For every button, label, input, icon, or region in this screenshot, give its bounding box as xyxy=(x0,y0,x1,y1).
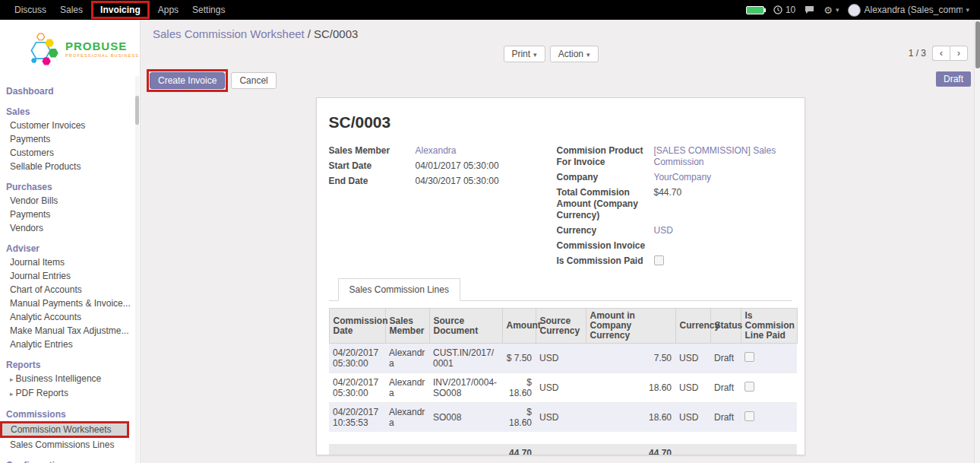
sidebar-section-adviser[interactable]: Adviser xyxy=(0,242,140,255)
field-commission-product: Commision Product For Invoice [SALES COM… xyxy=(557,145,792,168)
tab-strip: Sales Commission Lines xyxy=(329,277,792,301)
create-invoice-button[interactable]: Create Invoice xyxy=(150,72,225,89)
cell-source-currency: USD xyxy=(536,373,586,403)
nav-sales[interactable]: Sales xyxy=(53,0,90,20)
table-row[interactable]: 04/20/2017 10:35:53 Alexandra SO008 $ 18… xyxy=(329,403,797,433)
expand-icon: ▸ xyxy=(10,390,14,398)
cell-source: CUST.IN/2017/0001 xyxy=(429,344,502,373)
sidebar-section-dashboard[interactable]: Dashboard xyxy=(0,84,140,98)
sidebar-item-label: PDF Reports xyxy=(16,388,68,398)
sidebar-item-business-intelligence[interactable]: ▸Business Intelligence xyxy=(0,372,140,386)
cell-currency: USD xyxy=(675,373,710,403)
sidebar-item-tax-adjustment[interactable]: Make Manual Tax Adjustme... xyxy=(0,324,140,338)
pager-next-button[interactable]: › xyxy=(950,46,968,61)
sidebar-item-pdf-reports[interactable]: ▸PDF Reports xyxy=(0,386,140,401)
page-scrollbar[interactable] xyxy=(974,20,980,463)
sidebar-item-sales-commissions-lines[interactable]: Sales Commissions Lines xyxy=(0,438,140,452)
table-row[interactable]: 04/20/2017 05:30:00 Alexandra CUST.IN/20… xyxy=(329,344,797,373)
page-scroll-thumb[interactable] xyxy=(975,21,980,68)
cell-amount: $ 18.60 xyxy=(502,373,536,403)
col-source-currency[interactable]: Source Currency xyxy=(536,309,586,344)
field-label: Sales Member xyxy=(329,145,416,157)
sidebar: PROBUSE PROFESSIONAL BUSINESS Dashboard … xyxy=(0,20,141,463)
sidebar-item-vendors[interactable]: Vendors xyxy=(0,221,140,235)
sidebar-item-journal-entries[interactable]: Journal Entries xyxy=(0,269,140,283)
commission-product-link[interactable]: [SALES COMMISSION] Sales Commission xyxy=(654,145,779,168)
sidebar-section-purchases[interactable]: Purchases xyxy=(0,180,140,194)
col-source-document[interactable]: Source Document xyxy=(429,309,502,344)
field-label: Currency xyxy=(557,225,654,236)
sidebar-item-payments-purchase[interactable]: Payments xyxy=(0,208,140,221)
cell-date: 04/20/2017 05:30:00 xyxy=(329,344,385,373)
cell-currency: USD xyxy=(675,344,710,373)
action-dropdown-button[interactable]: Action▾ xyxy=(550,46,599,62)
sidebar-item-customer-invoices[interactable]: Customer Invoices xyxy=(0,119,140,132)
sidebar-scrollbar[interactable] xyxy=(135,76,139,463)
field-end-date: End Date 04/30/2017 05:30:00 xyxy=(329,176,557,187)
col-amount-company-currency[interactable]: Amount in Company Currency xyxy=(586,309,675,344)
col-currency[interactable]: Currency xyxy=(675,309,710,344)
col-status[interactable]: Status xyxy=(710,309,741,344)
cell-amount-company: 18.60 xyxy=(586,403,675,433)
field-is-commission-paid: Is Commission Paid xyxy=(557,255,792,267)
table-row[interactable]: 04/20/2017 05:30:00 Alexandra INV/2017/0… xyxy=(329,373,797,403)
sidebar-section-sales[interactable]: Sales xyxy=(0,105,140,119)
sidebar-item-customers[interactable]: Customers xyxy=(0,146,140,160)
sidebar-section-configuration[interactable]: Configuration xyxy=(0,458,140,463)
sidebar-scroll-thumb[interactable] xyxy=(135,96,139,125)
company-link[interactable]: YourCompany xyxy=(654,172,712,183)
col-sales-member[interactable]: Sales Member xyxy=(385,309,429,344)
cancel-button[interactable]: Cancel xyxy=(231,72,276,89)
user-menu[interactable]: Alexandra (Sales_comm... ▾ xyxy=(848,4,969,17)
currency-link[interactable]: USD xyxy=(654,225,673,236)
print-dropdown-button[interactable]: Print▾ xyxy=(503,46,545,62)
chevron-down-icon: ▾ xyxy=(533,51,537,59)
sidebar-item-sellable-products[interactable]: Sellable Products xyxy=(0,160,140,173)
debug-menu[interactable]: ⚙ ▾ xyxy=(824,5,839,15)
sidebar-item-vendor-bills[interactable]: Vendor Bills xyxy=(0,194,140,208)
cell-source: INV/2017/0004-SO008 xyxy=(429,373,502,403)
sidebar-section-reports[interactable]: Reports xyxy=(0,358,140,372)
sidebar-item-commission-worksheets[interactable]: Commission Worksheets xyxy=(0,421,129,438)
messages-menu[interactable] xyxy=(805,5,814,14)
form-statusbar: Create Invoice Cancel Draft xyxy=(141,68,980,93)
nav-discuss[interactable]: Discuss xyxy=(8,0,53,20)
probuse-logo: PROBUSE PROFESSIONAL BUSINESS xyxy=(0,20,140,76)
field-label: Commission Invoice xyxy=(557,240,654,252)
pager-previous-button[interactable]: ‹ xyxy=(932,46,950,61)
cell-member: Alexandra xyxy=(385,403,429,433)
field-label: Commision Product For Invoice xyxy=(557,145,654,168)
nav-settings[interactable]: Settings xyxy=(185,0,232,20)
nav-apps[interactable]: Apps xyxy=(151,0,185,20)
logo-title: PROBUSE xyxy=(65,40,139,52)
col-amount[interactable]: Amount xyxy=(502,309,536,344)
activity-menu[interactable]: 10 xyxy=(773,5,795,15)
sales-member-link[interactable]: Alexandra xyxy=(416,145,457,157)
sidebar-item-chart-of-accounts[interactable]: Chart of Accounts xyxy=(0,283,140,297)
is-commission-paid-checkbox xyxy=(654,255,664,265)
battery-icon xyxy=(746,6,764,14)
cell-paid xyxy=(741,403,797,433)
navbar-systray: 10 ⚙ ▾ Alexandra (Sales_comm... ▾ xyxy=(746,4,980,17)
tab-sales-commission-lines[interactable]: Sales Commission Lines xyxy=(338,278,460,301)
nav-invoicing[interactable]: Invoicing xyxy=(93,3,147,17)
breadcrumb-separator: / xyxy=(308,27,311,40)
col-commission-date[interactable]: Commission Date xyxy=(329,309,385,344)
sidebar-item-payments[interactable]: Payments xyxy=(0,132,140,146)
user-name: Alexandra (Sales_comm... xyxy=(864,5,963,15)
sidebar-item-analytic-entries[interactable]: Analytic Entries xyxy=(0,338,140,351)
breadcrumb-parent-link[interactable]: Sales Commission Worksheet xyxy=(153,27,305,40)
sidebar-section-commissions[interactable]: Commissions xyxy=(0,408,140,421)
breadcrumb-current: SC/0003 xyxy=(314,27,358,40)
navbar-apps: Discuss Sales Invoicing Apps Settings xyxy=(0,0,232,20)
field-label: Start Date xyxy=(329,160,416,172)
cell-status: Draft xyxy=(710,344,741,373)
field-label: End Date xyxy=(329,176,416,187)
activity-count: 10 xyxy=(786,5,795,15)
sidebar-item-manual-payments[interactable]: Manual Payments & Invoice... xyxy=(0,297,140,310)
field-label: Company xyxy=(557,172,654,183)
col-is-commission-line-paid[interactable]: Is Commision Line Paid xyxy=(741,309,797,344)
avatar xyxy=(848,4,861,17)
sidebar-item-analytic-accounts[interactable]: Analytic Accounts xyxy=(0,310,140,324)
sidebar-item-journal-items[interactable]: Journal Items xyxy=(0,255,140,269)
